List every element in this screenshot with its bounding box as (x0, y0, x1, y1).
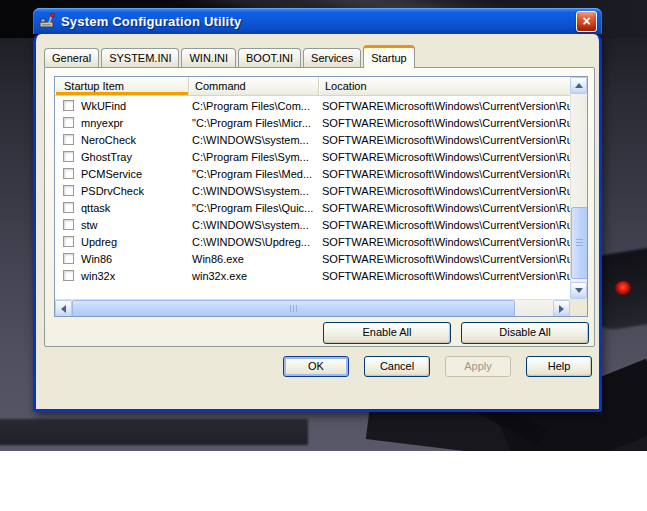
startup-item-cell: GhostTray (55, 151, 189, 163)
location-cell: SOFTWARE\Microsoft\Windows\CurrentVersio… (319, 168, 570, 180)
table-row[interactable]: WkUFind C:\Program Files\Com... SOFTWARE… (55, 97, 570, 114)
command-cell: "C:\Program Files\Micr... (189, 117, 319, 129)
table-row[interactable]: PCMService "C:\Program Files\Med... SOFT… (55, 165, 570, 182)
startup-item-name: win32x (81, 270, 115, 282)
startup-item-checkbox[interactable] (63, 117, 74, 128)
location-cell: SOFTWARE\Microsoft\Windows\CurrentVersio… (319, 253, 570, 265)
enable-all-button[interactable]: Enable All (323, 322, 451, 344)
location-cell: SOFTWARE\Microsoft\Windows\CurrentVersio… (319, 134, 570, 146)
startup-item-name: GhostTray (81, 151, 132, 163)
table-row[interactable]: Updreg C:\WINDOWS\Updreg... SOFTWARE\Mic… (55, 233, 570, 250)
tab-startup[interactable]: Startup (363, 45, 414, 68)
vertical-scroll-thumb[interactable] (571, 207, 588, 279)
location-cell: SOFTWARE\Microsoft\Windows\CurrentVersio… (319, 151, 570, 163)
location-cell: SOFTWARE\Microsoft\Windows\CurrentVersio… (319, 219, 570, 231)
startup-item-checkbox[interactable] (63, 236, 74, 247)
location-cell: SOFTWARE\Microsoft\Windows\CurrentVersio… (319, 236, 570, 248)
close-icon: × (582, 14, 590, 28)
startup-item-checkbox[interactable] (63, 270, 74, 281)
column-header-location[interactable]: Location (319, 77, 570, 95)
tab-services[interactable]: Services (303, 48, 361, 67)
startup-item-checkbox[interactable] (63, 202, 74, 213)
aircraft-red-nav-light (615, 281, 631, 295)
startup-item-checkbox[interactable] (63, 100, 74, 111)
startup-item-cell: NeroCheck (55, 134, 189, 146)
startup-item-name: PSDrvCheck (81, 185, 144, 197)
tab-win-ini[interactable]: WIN.INI (181, 48, 236, 67)
apply-button[interactable]: Apply (445, 356, 511, 377)
tab-strip: General SYSTEM.INI WIN.INI BOOT.INI Serv… (44, 44, 417, 67)
column-header-startup-item[interactable]: Startup Item (55, 77, 189, 95)
dialog-body: General SYSTEM.INI WIN.INI BOOT.INI Serv… (36, 34, 599, 409)
column-header-command[interactable]: Command (189, 77, 319, 95)
scrollbar-corner (570, 299, 587, 316)
scroll-left-button[interactable] (55, 300, 72, 317)
table-row[interactable]: qttask "C:\Program Files\Quic... SOFTWAR… (55, 199, 570, 216)
msconfig-icon (39, 13, 56, 29)
startup-item-name: Win86 (81, 253, 112, 265)
table-row[interactable]: win32x win32x.exe SOFTWARE\Microsoft\Win… (55, 267, 570, 284)
command-cell: "C:\Program Files\Quic... (189, 202, 319, 214)
scroll-down-button[interactable] (570, 282, 587, 299)
cancel-button[interactable]: Cancel (364, 356, 430, 377)
startup-item-checkbox[interactable] (63, 219, 74, 230)
table-row[interactable]: mnyexpr "C:\Program Files\Micr... SOFTWA… (55, 114, 570, 131)
list-column-headers: Startup Item Command Location (55, 77, 570, 96)
tab-system-ini[interactable]: SYSTEM.INI (101, 48, 179, 67)
tab-general[interactable]: General (44, 48, 99, 67)
startup-items-list[interactable]: Startup Item Command Location WkUFind C:… (54, 76, 588, 317)
close-button[interactable]: × (576, 11, 597, 32)
command-cell: C:\WINDOWS\Updreg... (189, 236, 319, 248)
vertical-scrollbar[interactable] (570, 77, 587, 299)
startup-item-checkbox[interactable] (63, 134, 74, 145)
command-cell: C:\WINDOWS\system... (189, 134, 319, 146)
down-arrow-icon (575, 288, 583, 297)
command-cell: C:\Program Files\Sym... (189, 151, 319, 163)
startup-item-name: mnyexpr (81, 117, 123, 129)
ok-button[interactable]: OK (283, 356, 349, 377)
startup-item-cell: Win86 (55, 253, 189, 265)
command-cell: C:\WINDOWS\system... (189, 219, 319, 231)
startup-item-checkbox[interactable] (63, 168, 74, 179)
title-bar[interactable]: System Configuration Utility × (33, 8, 602, 34)
disable-all-button[interactable]: Disable All (461, 322, 589, 344)
scroll-up-button[interactable] (570, 77, 587, 94)
aircraft-lower-band (0, 419, 308, 445)
startup-item-cell: stw (55, 219, 189, 231)
help-button[interactable]: Help (526, 356, 592, 377)
location-cell: SOFTWARE\Microsoft\Windows\CurrentVersio… (319, 185, 570, 197)
startup-item-checkbox[interactable] (63, 253, 74, 264)
location-cell: SOFTWARE\Microsoft\Windows\CurrentVersio… (319, 100, 570, 112)
startup-item-name: NeroCheck (81, 134, 136, 146)
startup-item-cell: PSDrvCheck (55, 185, 189, 197)
right-arrow-icon (559, 305, 568, 313)
table-row[interactable]: NeroCheck C:\WINDOWS\system... SOFTWARE\… (55, 131, 570, 148)
startup-item-name: stw (81, 219, 98, 231)
table-row[interactable]: Win86 Win86.exe SOFTWARE\Microsoft\Windo… (55, 250, 570, 267)
scroll-right-button[interactable] (553, 300, 570, 317)
up-arrow-icon (575, 79, 583, 88)
horizontal-scroll-thumb[interactable] (72, 300, 515, 317)
command-cell: C:\WINDOWS\system... (189, 185, 319, 197)
startup-tab-page: Startup Item Command Location WkUFind C:… (44, 67, 595, 347)
command-cell: win32x.exe (189, 270, 319, 282)
startup-item-cell: win32x (55, 270, 189, 282)
location-cell: SOFTWARE\Microsoft\Windows\CurrentVersio… (319, 270, 570, 282)
command-cell: C:\Program Files\Com... (189, 100, 319, 112)
command-cell: Win86.exe (189, 253, 319, 265)
startup-item-cell: WkUFind (55, 100, 189, 112)
startup-item-cell: mnyexpr (55, 117, 189, 129)
startup-item-name: WkUFind (81, 100, 126, 112)
startup-item-checkbox[interactable] (63, 151, 74, 162)
tab-boot-ini[interactable]: BOOT.INI (238, 48, 301, 67)
startup-item-name: PCMService (81, 168, 142, 180)
table-row[interactable]: stw C:\WINDOWS\system... SOFTWARE\Micros… (55, 216, 570, 233)
table-row[interactable]: GhostTray C:\Program Files\Sym... SOFTWA… (55, 148, 570, 165)
left-arrow-icon (57, 305, 66, 313)
horizontal-scrollbar[interactable] (55, 299, 570, 316)
startup-item-checkbox[interactable] (63, 185, 74, 196)
startup-item-name: Updreg (81, 236, 117, 248)
table-row[interactable]: PSDrvCheck C:\WINDOWS\system... SOFTWARE… (55, 182, 570, 199)
command-cell: "C:\Program Files\Med... (189, 168, 319, 180)
system-configuration-utility-window: System Configuration Utility × General S… (33, 34, 602, 412)
